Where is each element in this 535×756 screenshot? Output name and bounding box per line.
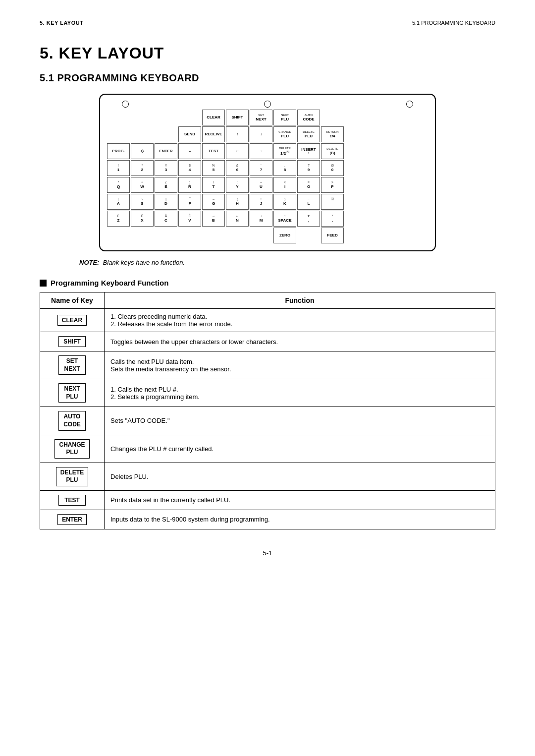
table-cell-function: Inputs data to the SL-9000 system during… — [105, 510, 495, 529]
kb-key-clear[interactable]: CLEAR — [202, 110, 225, 125]
kb-key-next-plu[interactable]: NEXT PLU — [273, 110, 296, 125]
kb-key-down[interactable]: ↓ — [250, 126, 272, 142]
kb-key-6[interactable]: &6 — [226, 160, 249, 176]
kb-key-period[interactable]: ^. — [321, 211, 344, 227]
kb-key-delete-1-2[interactable]: DELETE 1/2(A) — [273, 143, 296, 159]
kb-key-feed[interactable]: FEED — [321, 228, 344, 243]
table-cell-function: 1. Clears preceding numeric data.2. Rele… — [105, 309, 495, 332]
keyboard-outer: CLEAR SHIFT SET NEXT NEXT PLU AUTO — [99, 94, 436, 251]
kb-key-comma[interactable]: ▼, — [297, 211, 320, 227]
kb-key-auto-code[interactable]: AUTO CODE — [297, 110, 320, 125]
kb-key-E[interactable]: (E — [155, 177, 177, 193]
kb-row-4: !1 *2 #3 $4 %5 &6 ´7 .8 ?9 @0 — [107, 160, 428, 176]
kb-key-H[interactable]: {H — [226, 194, 249, 210]
kb-key-zero[interactable]: ZERO — [273, 228, 296, 243]
kb-key-test[interactable]: TEST — [202, 143, 225, 159]
kb-key-empty — [131, 126, 154, 142]
kb-key-A[interactable]: [A — [107, 194, 130, 210]
table-row: AUTOCODESets "AUTO CODE." — [40, 407, 495, 435]
note: NOTE: Blank keys have no function. — [79, 259, 495, 266]
kb-key-O[interactable]: =O — [297, 177, 320, 193]
kb-key-2[interactable]: *2 — [131, 160, 154, 176]
kb-key-empty — [155, 228, 177, 243]
function-heading-label: Programming Keyboard Function — [51, 279, 168, 287]
kb-key-7[interactable]: ´7 — [250, 160, 272, 176]
kb-key-empty — [202, 228, 225, 243]
kb-key-J[interactable]: !J — [250, 194, 272, 210]
kb-key-dash[interactable]: – — [178, 143, 201, 159]
kb-key-K[interactable]: }K — [273, 194, 296, 210]
kb-row-3: PROG. ◇ ENTER – TEST ← — [107, 143, 428, 159]
function-section-heading: Programming Keyboard Function — [40, 279, 495, 287]
kb-key-F[interactable]: ¯F — [178, 194, 201, 210]
table-cell-key: CLEAR — [40, 309, 105, 332]
kb-key-I[interactable]: <I — [273, 177, 296, 193]
kb-key-right-arrow[interactable]: → — [250, 143, 272, 159]
table-header-row: Name of Key Function — [40, 292, 495, 309]
kb-key-R[interactable]: )R — [178, 177, 201, 193]
kb-key-empty — [107, 228, 130, 243]
circle-center — [264, 101, 271, 108]
kb-key-shift[interactable]: SHIFT — [226, 110, 249, 125]
key-badge: CHANGEPLU — [54, 439, 89, 459]
kb-key-9[interactable]: ?9 — [297, 160, 320, 176]
kb-key-receive[interactable]: RECEIVE — [202, 126, 225, 142]
section-title: 5.1 PROGRAMMING KEYBOARD — [40, 72, 495, 84]
kb-key-B[interactable]: →B — [202, 211, 225, 227]
kb-key-Q[interactable]: *Q — [107, 177, 130, 193]
kb-row-6: [A \S ]D ¯F –G {H !J }K ~L ☑– — [107, 194, 428, 210]
kb-key-diamond[interactable]: ◇ — [131, 143, 154, 159]
kb-key-return-1-4[interactable]: RETURN 1/4 — [321, 126, 344, 142]
kb-key-M[interactable]: ↓M — [250, 211, 272, 227]
kb-key-prog[interactable]: PROG. — [107, 143, 130, 159]
kb-key-T[interactable]: /T — [202, 177, 225, 193]
kb-key-1[interactable]: !1 — [107, 160, 130, 176]
kb-key-N[interactable]: ←N — [226, 211, 249, 227]
kb-key-up[interactable]: ↑ — [226, 126, 249, 142]
kb-key-empty — [131, 228, 154, 243]
kb-key-space[interactable]: ↑SPACE — [273, 211, 296, 227]
kb-key-Y[interactable]: :Y — [226, 177, 249, 193]
kb-key-S[interactable]: \S — [131, 194, 154, 210]
square-bullet-icon — [40, 280, 47, 287]
kb-key-G[interactable]: –G — [202, 194, 225, 210]
kb-key-empty — [155, 110, 177, 125]
kb-key-empty — [297, 228, 320, 243]
kb-key-Z[interactable]: ÈZ — [107, 211, 130, 227]
kb-key-enter[interactable]: ENTER — [155, 143, 177, 159]
kb-key-W[interactable]: +W — [131, 177, 154, 193]
kb-key-D[interactable]: ]D — [155, 194, 177, 210]
kb-key-check[interactable]: ☑– — [321, 194, 344, 210]
kb-key-0[interactable]: @0 — [321, 160, 344, 176]
key-badge: SETNEXT — [58, 355, 86, 375]
kb-key-send[interactable]: SEND — [178, 126, 201, 142]
function-table: Name of Key Function CLEAR1. Clears prec… — [40, 292, 495, 529]
kb-key-delete-plu[interactable]: DELETE PLU — [297, 126, 320, 142]
kb-key-L[interactable]: ~L — [297, 194, 320, 210]
kb-key-X[interactable]: ËX — [131, 211, 154, 227]
col-key-header: Name of Key — [40, 292, 105, 309]
circle-right — [406, 101, 413, 108]
kb-key-U[interactable]: –U — [250, 177, 272, 193]
table-cell-function: Changes the PLU # currently called. — [105, 435, 495, 463]
kb-key-8[interactable]: .8 — [273, 160, 296, 176]
table-row: DELETEPLUDeletes PLU. — [40, 463, 495, 490]
kb-key-left-arrow[interactable]: ← — [226, 143, 249, 159]
kb-key-empty — [250, 228, 272, 243]
kb-key-change-plu[interactable]: CHANGE PLU — [273, 126, 296, 142]
kb-key-C[interactable]: ÅC — [155, 211, 177, 227]
kb-key-5[interactable]: %5 — [202, 160, 225, 176]
kb-key-delete-b[interactable]: DELETE (B) — [321, 143, 344, 159]
kb-key-insert-1[interactable]: INSERT 1 — [297, 143, 320, 159]
kb-key-V[interactable]: ÊV — [178, 211, 201, 227]
kb-key-set-next[interactable]: SET NEXT — [250, 110, 272, 125]
key-badge: TEST — [58, 495, 86, 506]
note-content: Blank keys have no function. — [103, 259, 185, 266]
table-cell-key: SETNEXT — [40, 351, 105, 379]
kb-key-empty — [107, 126, 130, 142]
kb-key-P[interactable]: >P — [321, 177, 344, 193]
kb-key-3[interactable]: #3 — [155, 160, 177, 176]
kb-key-4[interactable]: $4 — [178, 160, 201, 176]
keyboard-grid: CLEAR SHIFT SET NEXT NEXT PLU AUTO — [107, 110, 428, 243]
col-function-header: Function — [105, 292, 495, 309]
